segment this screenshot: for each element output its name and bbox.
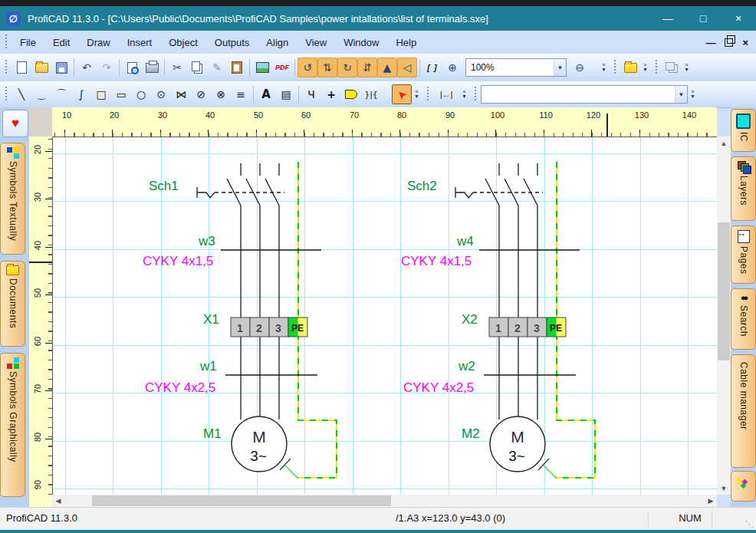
tab-layers[interactable]: Layers <box>731 156 756 221</box>
text-tool-button[interactable]: A <box>256 84 276 104</box>
rotate-left-button[interactable]: ↺ <box>297 58 317 77</box>
scroll-left-arrow[interactable]: ◀ <box>52 495 64 507</box>
copy-button[interactable] <box>187 58 207 77</box>
horizontal-scroll-thumb[interactable] <box>92 495 391 506</box>
menu-outputs[interactable]: Outputs <box>206 34 258 51</box>
toolbar-grip[interactable] <box>4 87 8 102</box>
zoom-level-combo[interactable]: 100% ▼ <box>465 58 567 77</box>
hatch-tool-button[interactable]: ≡ <box>231 84 251 104</box>
mdi-restore-button[interactable] <box>725 38 733 47</box>
close-button[interactable]: × <box>721 6 756 31</box>
flip-down-button[interactable]: ⇵ <box>357 58 377 77</box>
scroll-right-arrow[interactable]: ▶ <box>705 495 717 507</box>
menu-edit[interactable]: Edit <box>44 34 78 51</box>
tab-pages[interactable]: Pages <box>731 225 756 284</box>
ellipse-cross-tool-button[interactable]: ⊗ <box>211 84 231 104</box>
symbol-combo[interactable]: ▼ <box>481 85 688 104</box>
menu-draw[interactable]: Draw <box>78 34 118 51</box>
toolbar-grip[interactable] <box>4 35 8 50</box>
line-tool-button[interactable]: ╲ <box>12 84 31 104</box>
polyline-tool-button[interactable]: ⌒ <box>31 84 51 104</box>
menu-view[interactable]: View <box>297 34 335 51</box>
zoom-area-button[interactable]: [ ] <box>422 58 442 77</box>
mdi-minimize-button[interactable]: — <box>705 37 715 48</box>
toolbar-grip[interactable] <box>426 87 429 102</box>
flip-vertical-button[interactable]: ⇅ <box>317 58 337 77</box>
insert-image-button[interactable] <box>252 58 272 77</box>
new-button[interactable] <box>12 58 31 77</box>
terminal-tool-button[interactable]: Ч <box>301 84 321 104</box>
tab-cable-manager[interactable]: Cable manager <box>731 354 756 468</box>
menu-object[interactable]: Object <box>160 34 206 51</box>
tab-documents[interactable]: Documents <box>0 261 25 347</box>
drawing-canvas[interactable]: Sch1 w3 CYKY 4x1,5 X1 w1 CYKY 4x2,5 M1 1… <box>52 137 717 495</box>
chevron-down-icon[interactable]: ▼ <box>675 86 687 103</box>
redo-button[interactable]: ↷ <box>97 58 117 77</box>
zoom-in-button[interactable]: ⊕ <box>442 58 462 77</box>
ellipse-tool-button[interactable]: ○ <box>131 84 151 104</box>
menu-align[interactable]: Align <box>258 34 297 51</box>
tab-ic[interactable]: IC <box>731 109 756 152</box>
paste-button[interactable] <box>227 58 247 77</box>
mirror-horizontal-button[interactable]: ▲ <box>377 58 397 77</box>
toolbar-overflow-button[interactable]: »▼ <box>599 58 609 77</box>
tab-symbol-favorites[interactable]: ◆ ◆ ◆ <box>731 471 756 502</box>
rounded-rectangle-tool-button[interactable]: ▭ <box>111 84 131 104</box>
favorites-folder-button[interactable] <box>620 58 640 77</box>
ellipse-slash-tool-button[interactable]: ⊘ <box>191 84 211 104</box>
bezier-tool-button[interactable]: ∫ <box>71 84 91 104</box>
toolbar-overflow-button[interactable]: »▼ <box>640 58 650 77</box>
toolbar-grip[interactable] <box>473 87 477 102</box>
arc-tool-button[interactable]: ⌒ <box>51 84 71 104</box>
print-preview-button[interactable] <box>122 58 142 77</box>
toolbar-grip[interactable] <box>613 60 616 75</box>
circle-tool-button[interactable]: ⊙ <box>151 84 171 104</box>
tab-symbols-textually[interactable]: Symbols Textually <box>0 143 25 255</box>
toolbar-overflow-button[interactable]: »▼ <box>682 58 692 77</box>
toolbar-grip[interactable] <box>4 60 8 75</box>
tab-search[interactable]: ●● Search <box>731 288 756 350</box>
format-painter-button[interactable]: ✎ <box>207 58 227 77</box>
save-button[interactable] <box>51 58 71 77</box>
dimension-tool-button[interactable]: |↔| <box>433 84 459 104</box>
favorites-button[interactable]: ♥ <box>2 110 28 137</box>
rectangle-tool-button[interactable]: □ <box>91 84 111 104</box>
node-label-tool-button[interactable] <box>341 84 361 104</box>
zoom-out-button[interactable]: ⊖ <box>570 58 590 77</box>
select-tool-button[interactable]: ➤ <box>392 84 412 104</box>
hourglass-tool-button[interactable]: ⋈ <box>171 84 191 104</box>
vertical-scroll-thumb[interactable] <box>718 222 730 360</box>
connection-point-tool-button[interactable]: + <box>321 84 341 104</box>
clipboard-icon <box>232 61 242 74</box>
menu-window[interactable]: Window <box>335 34 387 51</box>
undo-button[interactable]: ↶ <box>77 58 97 77</box>
menu-insert[interactable]: Insert <box>119 34 161 51</box>
circuit-2[interactable]: Sch2 w4 CYKY 4x1,5 X2 w2 CYKY 4x2,5 M2 1… <box>401 162 595 478</box>
minimize-button[interactable]: — <box>650 6 685 31</box>
vertical-scrollbar[interactable]: ▲ ▼ <box>717 137 731 495</box>
export-pdf-button[interactable]: PDF <box>272 58 292 77</box>
toolbar-overflow-button[interactable]: »▼ <box>459 84 469 104</box>
toolbar-overflow-button[interactable]: »▼ <box>688 84 698 104</box>
cut-button[interactable]: ✂ <box>167 58 187 77</box>
mirror-left-button[interactable]: ◁ <box>397 58 417 77</box>
scroll-up-arrow[interactable]: ▲ <box>717 137 731 150</box>
resize-grip[interactable]: ⋱ <box>745 519 754 529</box>
shape-group-button[interactable] <box>662 58 682 77</box>
circuit-1[interactable]: Sch1 w3 CYKY 4x1,5 X1 w1 CYKY 4x2,5 M1 1… <box>143 162 337 478</box>
scroll-down-arrow[interactable]: ▼ <box>717 482 731 495</box>
menu-help[interactable]: Help <box>387 34 425 51</box>
menu-file[interactable]: File <box>12 34 44 51</box>
text-block-tool-button[interactable]: ▤ <box>276 84 296 104</box>
terminal-strip-tool-button[interactable]: }|{ <box>361 84 381 104</box>
toolbar-grip[interactable] <box>654 60 658 75</box>
rotate-right-button[interactable]: ↻ <box>337 58 357 77</box>
maximize-button[interactable]: □ <box>685 6 721 31</box>
toolbar-overflow-button[interactable]: »▼ <box>412 84 422 104</box>
mdi-close-button[interactable]: × <box>742 37 748 48</box>
chevron-down-icon[interactable]: ▼ <box>554 59 566 76</box>
horizontal-scrollbar[interactable]: ◀ ▶ <box>52 495 717 507</box>
print-button[interactable] <box>142 58 162 77</box>
open-button[interactable] <box>31 58 51 77</box>
tab-symbols-graphically[interactable]: Symbols Graphically <box>0 353 25 497</box>
